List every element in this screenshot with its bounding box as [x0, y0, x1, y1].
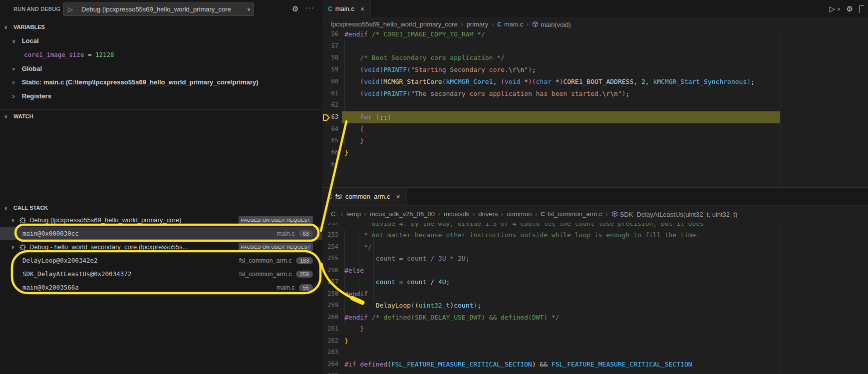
variables-section-header[interactable]: ∨ VARIABLES	[0, 21, 322, 33]
code-line[interactable]: 255 count = count / 3U * 2U;	[322, 253, 868, 265]
breadcrumb-item[interactable]: primary	[467, 20, 488, 28]
close-icon[interactable]: ×	[360, 5, 364, 13]
breadcrumb-item[interactable]: lpcxpresso55s69_hello_world_primary_core	[331, 20, 458, 28]
line-number[interactable]: 58	[322, 52, 338, 64]
code-line[interactable]: 260#endif /* defined(SDK_DELAY_USE_DWT) …	[322, 312, 868, 324]
code-line[interactable]: 58 /* Boot Secondary core application */	[322, 52, 868, 64]
code-line[interactable]: 265	[322, 370, 868, 374]
line-number[interactable]: 59	[322, 64, 338, 76]
session-label: Debug (lpcxpresso55s69_hello_world_prima…	[29, 216, 235, 224]
line-number[interactable]: 265	[322, 370, 338, 374]
code-line[interactable]: 259 DelayLoop((uint32_t)count);	[322, 300, 868, 312]
stack-frame-row[interactable]: SDK_DelayAtLeastUs@0x20034372fsl_common_…	[0, 267, 322, 281]
breadcrumb-item[interactable]: C:	[331, 210, 337, 218]
code-line[interactable]: 264#if defined(FSL_FEATURE_MEASURE_CRITI…	[322, 359, 868, 371]
line-number[interactable]: 60	[322, 76, 338, 88]
code-line[interactable]: 67	[322, 159, 868, 171]
line-number[interactable]: 261	[322, 323, 338, 335]
breadcrumb-item[interactable]: mcux_sdk_v25_06_00	[370, 210, 435, 218]
close-icon[interactable]: ×	[396, 193, 400, 201]
breadcrumb-item[interactable]: main(void)	[532, 20, 571, 28]
line-number[interactable]: 62	[322, 99, 338, 111]
code-line[interactable]: 262}	[322, 335, 868, 347]
code-line[interactable]: 63 for (;;)	[322, 111, 868, 123]
line-number[interactable]: 264	[322, 359, 338, 371]
code-text: count = count / 3U * 2U;	[344, 253, 469, 265]
gear-icon[interactable]: ⚙	[292, 4, 298, 13]
tab-fsl-common-arm-c[interactable]: C fsl_common_arm.c ×	[322, 188, 407, 205]
stack-frame-row[interactable]: main@0x2003566amain.c55	[0, 281, 322, 294]
code-line[interactable]: 66}	[322, 147, 868, 159]
code-line[interactable]: 263	[322, 347, 868, 359]
line-number[interactable]: 257	[322, 276, 338, 288]
gear-icon[interactable]: ⚙	[847, 4, 853, 13]
call-stack-section-header[interactable]: ∨ CALL STACK	[0, 202, 322, 214]
code-line[interactable]: 258#endif	[322, 288, 868, 300]
start-debug-icon[interactable]: ▷	[68, 5, 77, 13]
code-line[interactable]: 261 }	[322, 323, 868, 335]
breadcrumb-item[interactable]: temp	[346, 210, 361, 218]
breadcrumb-item[interactable]: drivers	[478, 210, 498, 218]
line-number[interactable]: 256	[322, 265, 338, 277]
code-line[interactable]: 57	[322, 40, 868, 52]
chevron-down-icon: ∨	[12, 34, 20, 48]
stack-frame-row[interactable]: main@0x000030ccmain.c63	[0, 227, 322, 240]
variables-scope-registers[interactable]: > Registers	[0, 89, 322, 103]
line-number[interactable]: 63	[322, 111, 338, 123]
line-number[interactable]: 254	[322, 241, 338, 253]
debug-run-icon[interactable]: ▷	[829, 4, 835, 13]
line-number[interactable]: 64	[322, 123, 338, 135]
line-number[interactable]: 66	[322, 147, 338, 159]
debug-config-dropdown[interactable]: ▷ Debug (lpcxpresso55s69_hello_world_pri…	[63, 2, 254, 16]
frame-line-badge: 63	[299, 230, 313, 237]
line-number[interactable]: 255	[322, 253, 338, 265]
breadcrumb-item[interactable]: common	[507, 210, 532, 218]
line-number[interactable]: 67	[322, 159, 338, 171]
run-and-debug-panel: RUN AND DEBUG ▷ Debug (lpcxpresso55s69_h…	[0, 0, 322, 374]
stack-frame-row[interactable]: DelayLoop@0x200342e2fsl_common_arm.c183	[0, 254, 322, 267]
watch-section-header[interactable]: ∨ WATCH	[0, 110, 322, 122]
code-line[interactable]: 256#else	[322, 265, 868, 277]
breadcrumb-item[interactable]: Cmain.c	[497, 20, 523, 28]
breadcrumb-item[interactable]: mcuxsdk	[444, 210, 469, 218]
vscode-window: RUN AND DEBUG ▷ Debug (lpcxpresso55s69_h…	[0, 0, 868, 374]
variables-scope-global[interactable]: > Global	[0, 62, 322, 75]
line-number[interactable]: 259	[322, 300, 338, 312]
code-line[interactable]: 253 * not matter because other instructi…	[322, 229, 868, 241]
debug-session-row[interactable]: ∨Debug - hello_world_secondary_core (lpc…	[0, 240, 322, 254]
split-editor-icon[interactable]	[859, 5, 864, 13]
debug-session-row[interactable]: ∨Debug (lpcxpresso55s69_hello_world_prim…	[0, 213, 322, 227]
call-stack-list: ∨Debug (lpcxpresso55s69_hello_world_prim…	[0, 213, 322, 294]
tab-main-c[interactable]: C main.c ×	[322, 0, 371, 17]
line-number[interactable]: 61	[322, 88, 338, 100]
line-number[interactable]: 253	[322, 229, 338, 241]
line-number[interactable]: 263	[322, 347, 338, 359]
code-line[interactable]: 60 (void)MCMGR_StartCore(kMCMGR_Core1, (…	[322, 76, 868, 88]
breadcrumb-item[interactable]: Cfsl_common_arm.c	[541, 210, 602, 218]
variable-row[interactable]: core1_image_size = 12128	[24, 48, 318, 61]
breadcrumb-item[interactable]: SDK_DelayAtLeastUs(uint32_t, uint32_t)	[611, 210, 738, 218]
code-line[interactable]: 257 count = count / 4U;	[322, 276, 868, 288]
line-number[interactable]: 260	[322, 312, 338, 324]
c-file-icon: C	[328, 5, 332, 12]
variables-scope-local[interactable]: ∨ Local	[0, 34, 322, 47]
code-line[interactable]: 254 */	[322, 241, 868, 253]
code-text: (void)MCMGR_StartCore(kMCMGR_Core1, (voi…	[344, 76, 755, 88]
line-number[interactable]: 258	[322, 288, 338, 300]
frame-file: main.c	[277, 230, 295, 237]
code-text: }	[344, 147, 348, 159]
line-number[interactable]: 65	[322, 135, 338, 147]
code-line[interactable]: 61 (void)PRINTF("The secondary core appl…	[322, 88, 868, 100]
more-actions-icon[interactable]: ···	[305, 3, 314, 11]
frame-name: DelayLoop@0x200342e2	[22, 257, 239, 264]
line-number[interactable]: 57	[322, 40, 338, 52]
code-line[interactable]: 62	[322, 99, 868, 111]
code-line[interactable]: 59 (void)PRINTF("Starting Secondary core…	[322, 64, 868, 76]
code-line[interactable]: 64 {	[322, 123, 868, 135]
frame-line-badge: 259	[296, 271, 313, 278]
code-line[interactable]: 65 }	[322, 135, 868, 147]
line-number[interactable]: 262	[322, 335, 338, 347]
chevron-down-icon[interactable]: ∨	[837, 6, 841, 11]
variables-scope-static[interactable]: > Static: main.c (C:\temp\lpcxpresso55s6…	[0, 75, 322, 89]
chevron-right-icon: >	[12, 90, 20, 103]
